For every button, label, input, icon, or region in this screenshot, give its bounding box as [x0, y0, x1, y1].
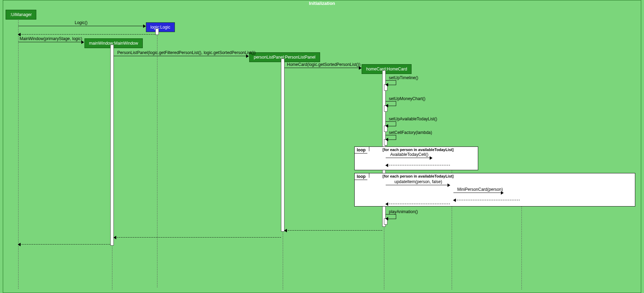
selfmsg-setcellfactory: [386, 135, 396, 140]
participant-uimanager: :UiManager: [6, 10, 36, 20]
loop-guard-2: [for each person in availableTodayList]: [383, 174, 453, 178]
msg-availabletodaycell-call: [386, 158, 432, 158]
msg-personlistpanel-label: PersonListPanel(logic.getFilteredPersonL…: [117, 50, 256, 55]
participant-personlistpanel: personListPanel:PersonListPanel: [249, 52, 320, 62]
lifeline-minipersoncard: [521, 196, 522, 290]
msg-personlistpanel-call: [114, 56, 249, 56]
selfmsg-playanimation-label: playAnimation(): [389, 209, 418, 214]
msg-logic-call: [18, 26, 146, 26]
loop-tag-1: loop: [355, 147, 369, 153]
msg-updateitem-call: [386, 185, 450, 185]
selfmsg-setupmoneychart: [386, 101, 396, 106]
participant-logic: logic:Logic: [146, 22, 175, 32]
loop-tag-2: loop: [355, 173, 369, 180]
selfmsg-setuptimeline-label: setUpTimeline(): [389, 75, 418, 80]
selfmsg-playanimation: [386, 214, 396, 219]
participant-personlistpanel-label: personListPanel:PersonListPanel: [254, 55, 316, 60]
return-mainwindow: [18, 244, 110, 245]
selfmsg-setcellfactory-label: setCellFactory(lambda): [389, 130, 432, 135]
lifeline-logic: [157, 29, 157, 287]
msg-updateitem-return: [386, 204, 450, 204]
loop-frame-1: loop [for each person in availableTodayL…: [354, 146, 478, 170]
selfmsg-setupmoneychart-label: setUpMoneyChart(): [389, 96, 425, 101]
participant-logic-label: logic:Logic: [150, 25, 170, 30]
activation-personlistpanel: [281, 59, 284, 232]
selfmsg-setuptimeline: [386, 80, 396, 85]
msg-homecard-call: [284, 68, 361, 68]
return-personlistpanel: [114, 237, 281, 238]
msg-homecard-label: HomeCard(logic.getSortedPersonList()): [287, 62, 361, 67]
msg-availabletodaycell-return: [386, 165, 450, 165]
msg-updateitem-label: updateItem(person, false): [394, 179, 442, 184]
msg-availabletodaycell-label: AvailableTodayCell(): [390, 152, 428, 157]
msg-mainwindow-label: MainWindow(primaryStage, logic): [20, 36, 82, 41]
msg-minipersoncard-return: [453, 200, 520, 200]
participant-homecard-label: homeCard:HomeCard: [366, 67, 407, 72]
return-homecard: [284, 230, 382, 231]
selfmsg-setupavailable-label: setUpAvailableTodayList(): [389, 117, 437, 121]
msg-minipersoncard-label: MiniPersonCard(person): [457, 187, 503, 192]
msg-minipersoncard-call: [453, 193, 503, 193]
participant-homecard: homeCard:HomeCard: [362, 64, 412, 74]
participant-uimanager-label: :UiManager: [10, 12, 32, 17]
activation-logic: [155, 29, 159, 35]
activation-mainwindow: [110, 45, 114, 246]
selfmsg-setupavailable: [386, 121, 396, 126]
msg-mainwindow-call: [18, 42, 84, 42]
msg-logic-label: Logic(): [75, 20, 88, 25]
lifeline-uimanager: [18, 17, 18, 289]
msg-logic-return: [18, 34, 155, 35]
loop-guard-1: [for each person in availableTodayList]: [383, 148, 453, 152]
sd-title: Initialization: [309, 1, 335, 6]
